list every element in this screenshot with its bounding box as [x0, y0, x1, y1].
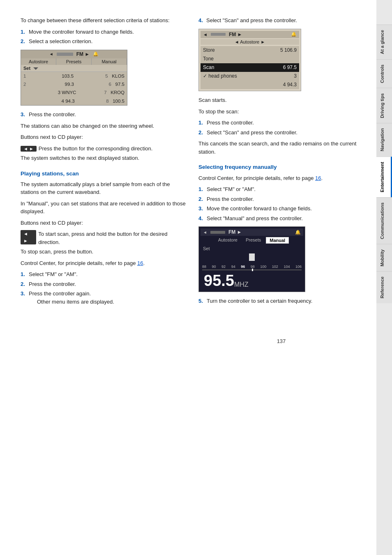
station-row-1: 1 103.5 5 KLOS [21, 72, 127, 80]
sidebar-tab-mobility[interactable]: Mobility [376, 244, 392, 272]
arr-left-icon: ◄ [49, 52, 53, 56]
manual-step-4-text: Select "Manual" and press the controller… [207, 214, 364, 223]
manual-autostore-tab: Autostore [215, 237, 241, 244]
step-2-text: Select a selection criterion. [29, 37, 186, 46]
bottom-row: 4 94.3 [201, 81, 299, 89]
autostore-bar: ◄ Autostore ► [201, 39, 299, 45]
steps-1-2: 1. Move the controller forward to change… [21, 28, 186, 46]
manual-fm-label: FM ► [228, 229, 242, 235]
manual-step-5-text: Turn the controller to set a certain fre… [207, 297, 364, 305]
step-3-num: 3. [21, 111, 26, 119]
stop-step-2: 2. Select "Scan" and press the controlle… [198, 129, 364, 137]
control-center-text-left: Control Center, for principle details, r… [21, 259, 186, 267]
manual-freq-display: ◄ FM ► 🔔 Autostore Presets Manual Set [198, 226, 305, 292]
scan-para-1: The system automatically plays a brief s… [21, 180, 186, 196]
presets-top-bar: ◄ FM ► 🔔 [21, 50, 127, 58]
system-switches-text: The system switches to the next displaye… [21, 154, 186, 162]
sidebar-tab-entertainment[interactable]: Entertainment [376, 157, 392, 197]
sidebar-tab-at-a-glance[interactable]: At a glance [376, 25, 392, 59]
sidebar-tab-driving-tips[interactable]: Driving tips [376, 88, 392, 123]
station-row-3: 3 WNYC 7 KROQ [21, 88, 127, 97]
stop-scan-text: To stop scan, press the button. [21, 248, 186, 256]
page-link-left[interactable]: 16 [137, 260, 143, 266]
headphones-row: ✓ head phones 3 [201, 72, 299, 81]
btn-desc-text: Press the button for the corresponding d… [39, 145, 153, 153]
freq-scale-bar [202, 269, 302, 270]
stop-step-2-num: 2. [198, 129, 204, 137]
station-rows: 1 103.5 5 KLOS 2 99.3 6 97.5 [21, 72, 127, 106]
scan-step-3: 3. Press the controller again.Other menu… [21, 290, 186, 306]
stop-step-1-text: Press the controller. [207, 119, 364, 127]
freq-number: 95.5 [204, 272, 234, 289]
autostore-tab[interactable]: Autostore [21, 58, 56, 65]
sidebar: At a glance Controls Driving tips Naviga… [376, 0, 392, 555]
manual-step-2-num: 2. [198, 195, 204, 203]
manual-step-1-num: 1. [198, 185, 204, 193]
scan-step-2-num: 2. [21, 280, 26, 288]
sidebar-tab-communications[interactable]: Communications [376, 197, 392, 244]
manual-step-1-text: Select "FM" or "AM". [207, 185, 364, 193]
stop-scan-steps: 1. Press the controller. 2. Select "Scan… [198, 119, 364, 136]
scan-step-1: 1. Select "FM" or "AM". [21, 270, 186, 279]
freq-unit: MHZ [234, 281, 249, 290]
right-column: 4. Select "Scan" and press the controlle… [198, 16, 364, 344]
manual-tab[interactable]: Manual [92, 58, 127, 65]
btn-desc-row: ◄ ► Press the button for the correspondi… [21, 145, 186, 153]
manual-step-1: 1. Select "FM" or "AM". [198, 185, 364, 193]
sidebar-tab-controls[interactable]: Controls [376, 59, 392, 88]
presets-tab[interactable]: Presets [56, 58, 92, 65]
step-1-text: Move the controller forward to change fi… [29, 28, 186, 36]
scan-step-2: 2. Press the controller. [21, 280, 186, 288]
manual-manual-tab: Manual [266, 237, 289, 244]
step-4-row: 4. Select "Scan" and press the controlle… [198, 16, 364, 25]
manual-step-2: 2. Press the controller. [198, 195, 364, 203]
manual-bell-icon: 🔔 [295, 230, 301, 235]
manual-presets-tab: Presets [242, 237, 264, 244]
sidebar-tab-reference[interactable]: Reference [376, 271, 392, 303]
scan-step-1-num: 1. [21, 270, 26, 279]
step-4-num: 4. [198, 16, 204, 25]
manual-step-3-num: 3. [198, 205, 204, 213]
step-2: 2. Select a selection criterion. [21, 37, 186, 46]
manual-steps: 1. Select "FM" or "AM". 2. Press the con… [198, 185, 364, 222]
tone-row: Tone [201, 55, 299, 63]
stop-step-1-num: 1. [198, 119, 204, 127]
steer-text: The stations can also be changed on the … [21, 122, 186, 130]
manual-step-5-num: 5. [198, 297, 204, 305]
manual-step-3-text: Move the controller forward to change fi… [207, 205, 364, 213]
set-label: Set [21, 65, 127, 72]
scan-step-3-text: Press the controller again.Other menu it… [29, 290, 186, 306]
manual-step-2-text: Press the controller. [207, 195, 364, 203]
left-column: To change between these different select… [21, 16, 186, 344]
radio-presets-display: ◄ FM ► 🔔 Autostore Presets Manual Set 1 [21, 50, 127, 106]
main-content: To change between these different select… [0, 0, 376, 555]
step-3-text: Press the controller. [29, 111, 186, 119]
manual-arr-left: ◄ [203, 230, 207, 235]
scan-step-3-num: 3. [21, 290, 26, 306]
nav-btn-left: ◄ ► [21, 145, 37, 153]
fm-label-2: FM ► [229, 32, 242, 37]
manual-top-bar: ◄ FM ► 🔔 [201, 228, 303, 236]
station-row-2: 2 99.3 6 97.5 [21, 80, 127, 88]
stop-step-2-text: Select "Scan" and press the controller. [207, 129, 364, 137]
manual-step-3: 3. Move the controller forward to change… [198, 205, 364, 213]
manual-control-center: Control Center, for principle details, r… [198, 174, 364, 182]
fm-label: FM ► [76, 51, 90, 57]
sidebar-tab-navigation[interactable]: Navigation [376, 123, 392, 156]
scan-nav-btn: ◄ ► [21, 230, 36, 244]
manual-step-4: 4. Select "Manual" and press the control… [198, 214, 364, 223]
bell-icon: 🔔 [93, 51, 99, 57]
manual-cursor-row [201, 253, 303, 263]
manual-set-row: Set [201, 245, 303, 252]
page-container: To change between these different select… [0, 0, 392, 555]
cancels-text: This cancels the scan search, and the ra… [198, 140, 364, 156]
scan-buttons-label: Buttons next to CD player: [21, 219, 186, 227]
page-link-right[interactable]: 16 [315, 175, 321, 181]
step-3-list: 3. Press the controller. [21, 111, 186, 119]
page-number: 137 [198, 338, 364, 344]
arr-left-2: ◄ [203, 32, 208, 37]
step-2-num: 2. [21, 37, 26, 46]
store-row: Store 5 106.9 [201, 46, 299, 55]
scan-menu-rows: Store 5 106.9 Tone Scan 6 97.5 ✓ head [201, 46, 299, 90]
stop-step-1: 1. Press the controller. [198, 119, 364, 127]
